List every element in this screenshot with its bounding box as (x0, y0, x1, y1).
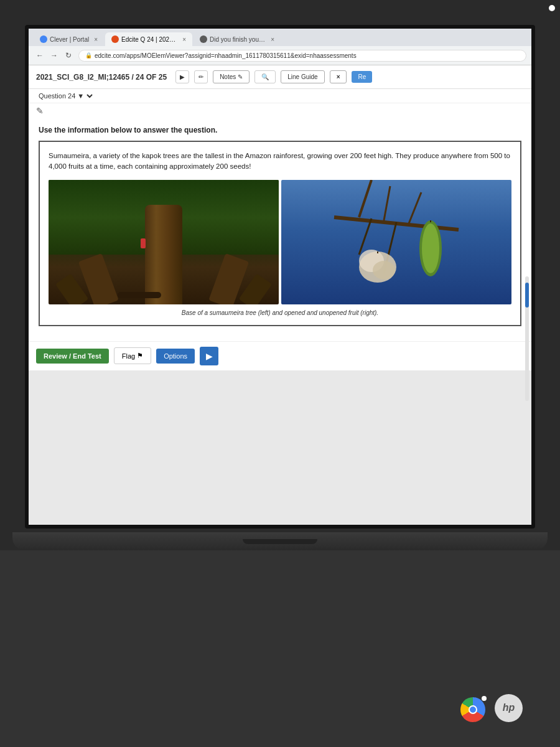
flag-icon: ⚑ (137, 352, 143, 360)
fruit-image-canvas (281, 180, 511, 304)
scroll-thumb (525, 283, 529, 308)
notification-dot (482, 696, 487, 701)
question-row: Question 24 ▼ (29, 89, 531, 103)
tab-favicon-edcite (111, 35, 119, 43)
flag-button[interactable]: Flag ⚑ (114, 347, 151, 364)
line-guide-button[interactable]: Line Guide (281, 70, 324, 83)
laptop-base (12, 532, 548, 551)
branch-svg (281, 180, 511, 304)
tab-edcite[interactable]: Edcite Q 24 | 2021_SCI_G8_I2_MI × (105, 32, 192, 46)
tab-close-clever[interactable]: × (94, 36, 98, 43)
images-container (49, 180, 511, 304)
cursor-icon: ▶ (180, 73, 185, 80)
close-button[interactable]: × (330, 70, 347, 83)
laptop-frame: Clever | Portal × Edcite Q 24 | 2021_SCI… (0, 0, 560, 747)
tab-label-edcite: Edcite Q 24 | 2021_SCI_G8_I2_MI (121, 36, 177, 43)
reload-button[interactable]: ↻ (62, 49, 75, 62)
browser-chrome: Clever | Portal × Edcite Q 24 | 2021_SCI… (29, 29, 531, 65)
screen: Clever | Portal × Edcite Q 24 | 2021_SCI… (25, 25, 535, 529)
tab-close-edcite[interactable]: × (182, 36, 186, 43)
tab-clever[interactable]: Clever | Portal × (34, 32, 104, 46)
test-title: 2021_SCI_G8_I2_MI;12465 / 24 OF 25 (36, 73, 167, 82)
tree-image (49, 180, 279, 304)
flag-label: Flag (122, 352, 135, 360)
tab-label-clever: Clever | Portal (50, 36, 89, 43)
chrome-center (469, 705, 477, 714)
svg-line-2 (384, 186, 390, 220)
ground-shadow (118, 292, 161, 298)
question-dropdown[interactable]: Question 24 ▼ (36, 92, 95, 100)
power-indicator (549, 5, 555, 11)
forward-button[interactable]: → (48, 49, 60, 62)
tab-finish[interactable]: Did you finish your interim? If no × (194, 32, 281, 46)
fruit-image (281, 180, 511, 304)
laptop-bottom: hp (0, 550, 560, 747)
tree-trunk (145, 205, 182, 304)
figure-red (141, 238, 146, 248)
address-bar-row: ← → ↻ 🔒 edcite.com/apps/MOElemViewer?ass… (29, 46, 531, 65)
svg-point-10 (422, 223, 439, 273)
bottom-toolbar: Review / End Test Flag ⚑ Options ▶ (29, 341, 531, 370)
svg-line-3 (409, 192, 421, 223)
page-content: 2021_SCI_G8_I2_MI;12465 / 24 OF 25 ▶ ✏ N… (29, 65, 531, 370)
scroll-indicator[interactable] (525, 276, 529, 401)
tab-close-finish[interactable]: × (271, 36, 274, 43)
tab-label-finish: Did you finish your interim? If no (210, 36, 266, 43)
edit-icon-row: ✎ (29, 103, 531, 118)
address-text: edcite.com/apps/MOElemViewer?assignid=nh… (95, 52, 357, 59)
passage-text: Sumaumeira, a variety of the kapok trees… (49, 151, 511, 172)
tab-favicon-finish (200, 35, 207, 43)
cursor-tool-button[interactable]: ▶ (175, 70, 189, 83)
notes-button[interactable]: Notes ✎ (213, 70, 250, 83)
chrome-indicator (460, 697, 485, 722)
tree-image-canvas (49, 180, 279, 304)
reference-button[interactable]: Re (352, 71, 372, 83)
notes-icon: ✎ (238, 73, 243, 80)
search-icon: 🔍 (261, 73, 269, 80)
svg-point-8 (373, 261, 395, 280)
lock-icon: 🔒 (85, 52, 92, 59)
tab-bar: Clever | Portal × Edcite Q 24 | 2021_SCI… (29, 29, 531, 46)
tab-favicon-clever (40, 35, 47, 43)
options-button[interactable]: Options (156, 349, 195, 364)
nav-buttons: ← → ↻ (34, 49, 75, 62)
address-bar[interactable]: 🔒 edcite.com/apps/MOElemViewer?assignid=… (78, 50, 526, 62)
notes-label: Notes (220, 73, 236, 80)
hp-text: hp (503, 702, 515, 713)
search-button[interactable]: 🔍 (254, 70, 276, 83)
review-end-test-button[interactable]: Review / End Test (36, 349, 109, 364)
laptop-notch (243, 539, 317, 544)
image-caption: Base of a sumaumeira tree (left) and ope… (49, 309, 511, 316)
content-area: Use the information below to answer the … (29, 118, 531, 341)
root-extra-right (239, 273, 272, 304)
ref-label: Re (358, 73, 366, 80)
passage-box: Sumaumeira, a variety of the kapok trees… (39, 141, 521, 326)
pencil-icon: ✎ (36, 106, 44, 116)
play-icon: ▶ (206, 351, 213, 361)
instruction-text: Use the information below to answer the … (39, 126, 521, 134)
line-guide-label: Line Guide (287, 73, 317, 80)
pen-tool-button[interactable]: ✏ (194, 70, 208, 83)
test-header: 2021_SCI_G8_I2_MI;12465 / 24 OF 25 ▶ ✏ N… (29, 65, 531, 89)
play-button[interactable]: ▶ (200, 347, 218, 365)
back-button[interactable]: ← (34, 49, 46, 62)
pen-icon: ✏ (198, 73, 203, 80)
close-icon: × (337, 73, 340, 80)
svg-line-4 (359, 218, 371, 255)
svg-line-1 (359, 180, 371, 217)
hp-logo: hp (495, 694, 523, 722)
